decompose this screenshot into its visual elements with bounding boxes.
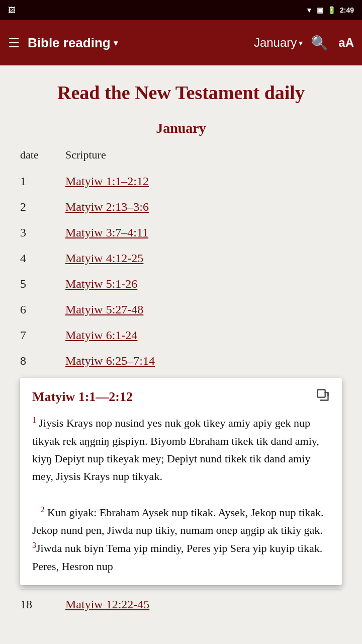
title-dropdown-arrow: ▾ [114, 38, 118, 48]
day-number: 7 [20, 329, 50, 342]
date-column-header: date [20, 148, 50, 162]
bottom-reading-row: 18 Matyiw 12:22-45 [20, 589, 342, 619]
reading-link[interactable]: Matyiw 6:1-24 [65, 329, 137, 342]
reading-link[interactable]: Matyiw 6:25–7:14 [65, 354, 155, 368]
month-label: January [254, 36, 297, 50]
day-number: 6 [20, 303, 50, 316]
day-number: 3 [20, 226, 50, 239]
status-bar-left: 🖼 [8, 6, 15, 14]
reading-link[interactable]: Matyiw 3:7–4:11 [65, 226, 148, 239]
reading-row: 5 Matyiw 5:1-26 [20, 271, 342, 297]
app-title-text: Bible reading [28, 35, 111, 51]
day-number: 18 [20, 598, 50, 611]
app-title-dropdown[interactable]: Bible reading ▾ [28, 35, 246, 51]
reading-row: 2 Matyiw 2:13–3:6 [20, 194, 342, 220]
reading-row: 8 Matyiw 6:25–7:14 [20, 348, 342, 374]
reading-link[interactable]: Matyiw 12:22-45 [65, 598, 149, 611]
search-button[interactable]: 🔍 [311, 35, 328, 51]
wifi-icon: ▼ [306, 6, 313, 14]
image-icon: 🖼 [8, 6, 15, 14]
font-size-button[interactable]: aA [338, 36, 354, 50]
verse-number-3: 3 [32, 541, 36, 549]
reading-row: 1 Matyiw 1:1–2:12 [20, 169, 342, 194]
main-content: Read the New Testament daily January dat… [0, 65, 362, 629]
verse-popup: Matyiw 1:1—2:12 1 Jiysis Krays nop nusin… [20, 378, 342, 585]
table-header: date Scripture [20, 146, 342, 164]
day-number: 2 [20, 200, 50, 214]
open-external-button[interactable] [316, 388, 330, 406]
day-number: 5 [20, 277, 50, 291]
verse-number-1: 1 [32, 416, 36, 424]
popup-title: Matyiw 1:1—2:12 [32, 389, 133, 405]
popup-header: Matyiw 1:1—2:12 [32, 388, 330, 406]
signal-icon: ▣ [317, 6, 323, 14]
popup-verse-text: 1 Jiysis Krays nop nusind yes nuk gok ti… [32, 414, 330, 575]
day-number: 4 [20, 252, 50, 265]
verse-number-2: 2 [41, 505, 45, 514]
month-dropdown-arrow: ▾ [299, 38, 303, 48]
day-number: 1 [20, 175, 50, 188]
reading-row: 7 Matyiw 6:1-24 [20, 323, 342, 348]
reading-link[interactable]: Matyiw 5:1-26 [65, 277, 137, 291]
status-bar-right: ▼ ▣ 🔋 2:49 [306, 6, 354, 14]
svg-rect-0 [318, 390, 325, 397]
month-dropdown[interactable]: January ▾ [254, 36, 303, 50]
reading-link[interactable]: Matyiw 2:13–3:6 [65, 200, 149, 214]
reading-link[interactable]: Matyiw 4:12-25 [65, 252, 143, 265]
reading-link[interactable]: Matyiw 1:1–2:12 [65, 175, 149, 188]
menu-button[interactable]: ☰ [8, 35, 20, 51]
month-heading: January [20, 120, 342, 136]
page-title: Read the New Testament daily [20, 80, 342, 105]
status-bar: 🖼 ▼ ▣ 🔋 2:49 [0, 0, 362, 20]
app-bar-icons: 🔍 aA [311, 35, 354, 51]
reading-row: 3 Matyiw 3:7–4:11 [20, 220, 342, 246]
scripture-column-header: Scripture [65, 148, 342, 162]
day-number: 8 [20, 354, 50, 368]
reading-row: 6 Matyiw 5:27-48 [20, 297, 342, 323]
reading-link[interactable]: Matyiw 5:27-48 [65, 303, 143, 316]
time-display: 2:49 [340, 6, 354, 14]
app-bar: ☰ Bible reading ▾ January ▾ 🔍 aA [0, 20, 362, 65]
reading-row: 4 Matyiw 4:12-25 [20, 246, 342, 271]
readings-list: 1 Matyiw 1:1–2:12 2 Matyiw 2:13–3:6 3 Ma… [20, 169, 342, 374]
battery-icon: 🔋 [327, 6, 336, 14]
